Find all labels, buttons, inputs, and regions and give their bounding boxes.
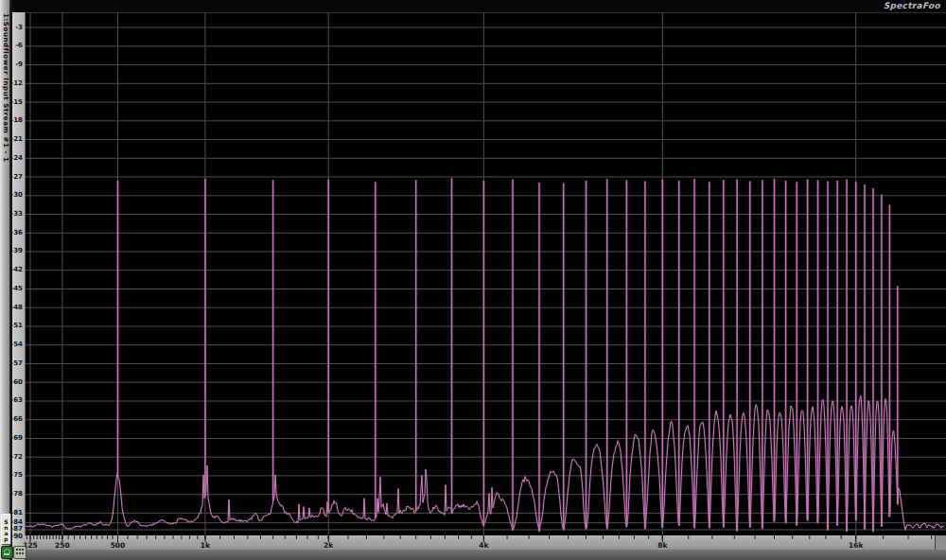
grid-dot <box>22 549 24 551</box>
window-top-bar[interactable]: SpectraFoo <box>0 0 946 12</box>
db-tick-label: -48 <box>9 305 23 311</box>
db-tick-label: -57 <box>9 360 23 367</box>
lock-icon-bar <box>4 553 9 555</box>
db-tick-label: -21 <box>9 136 23 143</box>
db-tick-label: -33 <box>9 211 23 218</box>
db-tick-label: -9 <box>9 61 23 68</box>
db-tick-label: -24 <box>9 155 23 162</box>
freq-tick-label: 2k <box>318 541 339 550</box>
spectrafoo-window: SpectraFoo 1:Soundflower Input Stream #1… <box>0 0 946 560</box>
db-tick-label: -72 <box>9 454 23 461</box>
db-tick-label: -18 <box>9 117 23 124</box>
window-bottom-edge <box>25 550 946 560</box>
db-tick-label: -75 <box>9 472 23 479</box>
channel-title-strip[interactable]: 1:Soundflower Input Stream #1 - 1 <box>0 0 10 560</box>
frequency-ruler[interactable]: 1252505001k2k4k8k16k <box>25 535 946 550</box>
freq-tick-label: 16k <box>846 541 867 550</box>
freq-tick-label: 250 <box>52 541 73 550</box>
snap-button[interactable]: Snap <box>1 514 11 545</box>
grid-dot <box>19 552 21 554</box>
channel-title-label: 1:Soundflower Input Stream #1 - 1 <box>0 13 9 162</box>
db-tick-label: -27 <box>9 174 23 181</box>
ruler-corner-widget[interactable] <box>935 535 946 550</box>
snap-button-label: Snap <box>3 518 9 541</box>
db-tick-label: -15 <box>9 99 23 106</box>
grid-dot <box>22 552 24 554</box>
spectrum-display[interactable] <box>25 12 946 535</box>
db-tick-label: -39 <box>9 248 23 254</box>
db-tick-label: -45 <box>9 286 23 292</box>
db-tick-label: -63 <box>9 397 23 404</box>
db-tick-label: -6 <box>9 43 23 49</box>
db-tick-label: -81 <box>9 510 23 516</box>
db-tick-label: -90 <box>9 534 23 540</box>
grid-dot <box>16 552 18 554</box>
db-tick-label: -42 <box>9 267 23 273</box>
grid-dot <box>16 549 18 551</box>
db-scale-ruler[interactable]: -3-6-9-12-15-18-21-24-27-30-33-36-39-42-… <box>12 12 26 560</box>
lock-toggle-icon[interactable] <box>1 546 13 559</box>
freq-tick-label: 8k <box>652 541 673 550</box>
db-tick-label: -12 <box>9 80 23 87</box>
db-tick-label: -30 <box>9 192 23 199</box>
db-tick-label: -60 <box>9 379 23 386</box>
db-tick-label: -69 <box>9 435 23 442</box>
grid-settings-icon[interactable] <box>13 546 26 559</box>
freq-tick-label: 500 <box>107 541 128 550</box>
freq-tick-label: 4k <box>473 541 494 550</box>
db-tick-label: -54 <box>9 341 23 348</box>
db-tick-label: -51 <box>9 323 23 329</box>
db-tick-label: -78 <box>9 491 23 498</box>
db-tick-label: -66 <box>9 416 23 423</box>
db-tick-label: -36 <box>9 230 23 236</box>
grid-dot <box>19 549 21 551</box>
spectrafoo-logo: SpectraFoo <box>884 1 940 10</box>
freq-tick-label: 1k <box>195 541 216 550</box>
db-tick-label: -3 <box>9 25 23 31</box>
